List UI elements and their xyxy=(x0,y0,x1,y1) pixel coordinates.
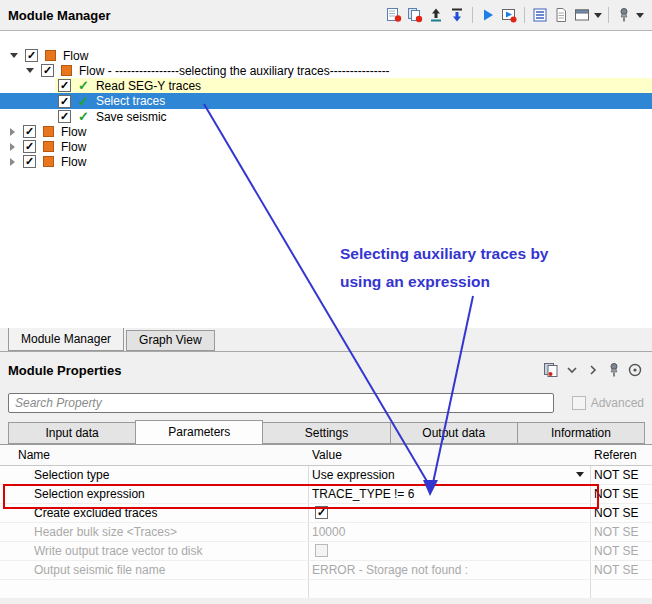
module-manager-header: Module Manager xyxy=(0,0,652,30)
module-properties-toolbar xyxy=(542,361,644,379)
param-name: Output seismic file name xyxy=(34,563,165,577)
tab-parameters[interactable]: Parameters xyxy=(135,420,263,444)
advanced-group: Advanced xyxy=(572,396,644,410)
tree-row-flow[interactable]: Flow xyxy=(0,139,652,154)
param-reference: NOT SE xyxy=(594,506,638,520)
table-row-selection-expression[interactable]: Selection expression TRACE_TYPE != 6 NOT… xyxy=(0,484,652,504)
table-row-output-seismic-file-name[interactable]: Output seismic file name ERROR - Storage… xyxy=(0,560,652,580)
pin-icon[interactable] xyxy=(615,6,633,24)
value-checkbox-unchecked xyxy=(315,544,328,557)
param-value: 10000 xyxy=(312,525,345,539)
param-reference: NOT SE xyxy=(594,487,638,501)
param-name: Header bulk size <Traces> xyxy=(34,525,177,539)
table-row-write-output-trace-vector[interactable]: Write output trace vector to disk NOT SE xyxy=(0,541,652,561)
dropdown-caret-icon[interactable] xyxy=(576,472,584,477)
param-reference: NOT SE xyxy=(594,525,638,539)
param-name: Write output trace vector to disk xyxy=(34,544,203,558)
value-checkbox-checked[interactable] xyxy=(315,506,328,519)
module-check-icon xyxy=(78,95,89,108)
checkbox[interactable] xyxy=(41,64,54,77)
tree-row-flow[interactable]: Flow xyxy=(0,48,652,63)
menu-caret-icon[interactable] xyxy=(636,13,644,18)
tree-row-label: Select traces xyxy=(96,94,165,108)
header-name: Name xyxy=(18,448,50,462)
toolbar-separator xyxy=(608,7,609,23)
checkbox[interactable] xyxy=(23,140,36,153)
module-manager-toolbar xyxy=(385,6,644,24)
expander-closed-icon[interactable] xyxy=(10,128,15,136)
checkbox[interactable] xyxy=(25,49,38,62)
param-reference: NOT SE xyxy=(594,563,638,577)
tree-row-module[interactable]: Read SEG-Y traces xyxy=(0,78,652,93)
checkbox[interactable] xyxy=(58,79,71,92)
flow-icon xyxy=(61,65,72,76)
toolbar-separator xyxy=(472,7,473,23)
tree-row-module[interactable]: Save seismic xyxy=(0,109,652,124)
run-flow-icon[interactable] xyxy=(500,6,518,24)
flow-icon xyxy=(43,156,54,167)
param-value[interactable]: TRACE_TYPE != 6 xyxy=(312,487,414,501)
expander-open-icon[interactable] xyxy=(26,68,34,73)
toolbar-separator xyxy=(524,7,525,23)
flow-icon xyxy=(43,141,54,152)
expander-open-icon[interactable] xyxy=(10,53,18,58)
param-value[interactable]: Use expression xyxy=(312,468,395,482)
tree-row-label: Flow xyxy=(61,140,86,154)
module-check-icon xyxy=(78,79,89,92)
module-properties-title: Module Properties xyxy=(8,363,121,378)
tab-graph-view[interactable]: Graph View xyxy=(126,330,214,351)
window-caret-icon[interactable] xyxy=(594,13,602,18)
tree-row-label: Flow xyxy=(61,155,86,169)
table-row-selection-type[interactable]: Selection type Use expression NOT SE xyxy=(0,465,652,485)
advanced-checkbox[interactable] xyxy=(572,396,586,410)
new-flow-icon[interactable] xyxy=(385,6,403,24)
tree-row-flow[interactable]: Flow xyxy=(0,154,652,169)
copy-flow-icon[interactable] xyxy=(406,6,424,24)
tree-row-flow[interactable]: Flow - ----------------selecting the aux… xyxy=(0,63,652,78)
search-row: Advanced xyxy=(8,392,644,413)
flow-tree: Flow Flow - ----------------selecting th… xyxy=(0,30,652,329)
copy-properties-icon[interactable] xyxy=(542,361,560,379)
search-input[interactable] xyxy=(8,393,554,413)
download-icon[interactable] xyxy=(448,6,466,24)
tab-information[interactable]: Information xyxy=(517,422,645,444)
param-name: Create excluded traces xyxy=(34,506,157,520)
table-header-row: Name Value Referen xyxy=(0,445,652,466)
checkbox[interactable] xyxy=(23,125,36,138)
circle-icon[interactable] xyxy=(626,361,644,379)
upload-icon[interactable] xyxy=(427,6,445,24)
tree-row-flow[interactable]: Flow xyxy=(0,124,652,139)
advanced-label: Advanced xyxy=(591,396,644,410)
table-row-create-excluded-traces[interactable]: Create excluded traces NOT SE xyxy=(0,503,652,523)
header-reference: Referen xyxy=(594,448,637,462)
tree-row-label: Flow - ----------------selecting the aux… xyxy=(79,64,390,78)
header-value: Value xyxy=(312,448,342,462)
table-row-header-bulk-size[interactable]: Header bulk size <Traces> 10000 NOT SE xyxy=(0,522,652,542)
flow-icon xyxy=(43,126,54,137)
properties-table: Name Value Referen Selection type Use ex… xyxy=(0,444,652,598)
param-reference: NOT SE xyxy=(594,544,638,558)
tab-input-data[interactable]: Input data xyxy=(8,422,136,444)
checkbox[interactable] xyxy=(58,95,71,108)
chevron-down-icon[interactable] xyxy=(563,361,581,379)
tree-row-label: Read SEG-Y traces xyxy=(96,79,201,93)
tree-row-label: Flow xyxy=(63,49,88,63)
report-icon[interactable] xyxy=(552,6,570,24)
param-value: ERROR - Storage not found : xyxy=(312,563,468,577)
tree-row-module-selected[interactable]: Select traces xyxy=(0,93,652,109)
log-icon[interactable] xyxy=(531,6,549,24)
tree-row-label: Flow xyxy=(61,125,86,139)
chevron-right-icon[interactable] xyxy=(584,361,602,379)
checkbox[interactable] xyxy=(23,155,36,168)
module-manager-title: Module Manager xyxy=(8,8,111,23)
window-icon[interactable] xyxy=(573,6,591,24)
pin-icon[interactable] xyxy=(605,361,623,379)
run-icon[interactable] xyxy=(479,6,497,24)
tab-output-data[interactable]: Output data xyxy=(390,422,518,444)
checkbox[interactable] xyxy=(58,110,71,123)
expander-closed-icon[interactable] xyxy=(10,158,15,166)
parameter-tab-bar: Input data Parameters Settings Output da… xyxy=(8,420,644,444)
expander-closed-icon[interactable] xyxy=(10,143,15,151)
tab-module-manager[interactable]: Module Manager xyxy=(8,328,124,351)
tab-settings[interactable]: Settings xyxy=(262,422,390,444)
